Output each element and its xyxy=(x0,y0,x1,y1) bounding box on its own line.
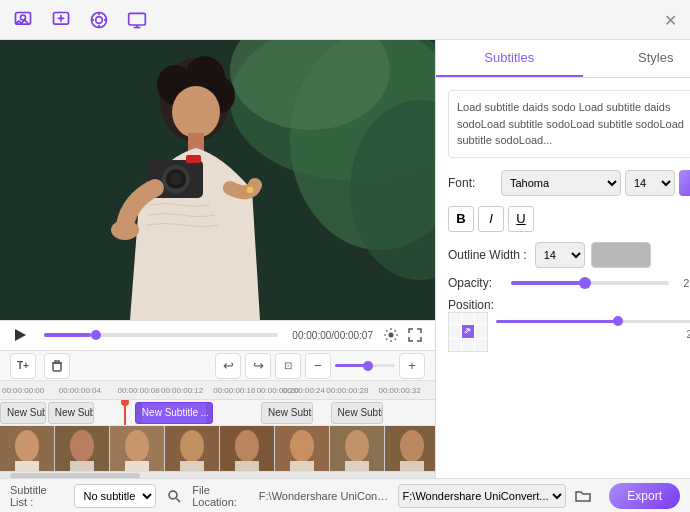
opacity-slider[interactable] xyxy=(511,281,669,285)
zoom-in-button[interactable]: + xyxy=(399,353,425,379)
clip-label: New Subtitle ... xyxy=(55,407,94,418)
timeline-scrollbar[interactable] xyxy=(0,471,435,478)
svg-point-36 xyxy=(15,430,39,462)
close-button[interactable]: ✕ xyxy=(660,10,680,30)
italic-button[interactable]: I xyxy=(478,206,504,232)
scroll-thumb[interactable] xyxy=(10,473,140,478)
svg-point-39 xyxy=(70,430,94,462)
delete-button[interactable] xyxy=(44,353,70,379)
add-subtitle-button[interactable]: T+ xyxy=(10,353,36,379)
ruler-mark-28: 00:00:00:28 xyxy=(326,386,368,395)
export-button[interactable]: Export xyxy=(609,483,680,509)
opacity-row: Opacity: 20/100 xyxy=(448,276,690,290)
svg-rect-34 xyxy=(53,363,61,371)
svg-point-42 xyxy=(125,430,149,462)
svg-point-23 xyxy=(172,86,220,138)
time-display: 00:00:00/00:00:07 xyxy=(292,330,373,341)
svg-rect-52 xyxy=(290,461,314,470)
subtitle-text-area[interactable]: Load subtitle daids sodo Load subtitle d… xyxy=(448,90,690,158)
position-x-value: 20/100 xyxy=(496,329,690,340)
font-color-button[interactable] xyxy=(679,170,690,196)
playhead[interactable] xyxy=(124,400,126,425)
undo-button[interactable]: ↩ xyxy=(215,353,241,379)
svg-rect-43 xyxy=(125,461,149,470)
font-label: Font: xyxy=(448,176,493,190)
timeline-ruler: 00:00:00:00 00:00:00:04 00:00:00:08 00:0… xyxy=(0,381,435,400)
subtitle-clip-1[interactable]: New Subtitle ... xyxy=(0,402,46,424)
photo-thumb-2 xyxy=(55,426,110,470)
svg-point-6 xyxy=(96,16,103,23)
outline-color-picker[interactable] xyxy=(591,242,651,268)
file-path-select[interactable]: F:\Wondershare UniConvert... xyxy=(398,484,566,508)
position-grid-row: ↗ 20/100 xyxy=(448,312,690,352)
svg-point-45 xyxy=(180,430,204,462)
settings-icon[interactable] xyxy=(381,325,401,345)
subtitle-track: New Subtitle ... New Subtitle ... New Su… xyxy=(0,400,435,426)
subtitle-clip-3[interactable]: New Subtitle ... xyxy=(135,402,213,424)
clip-label: New Subtitle ... xyxy=(268,407,313,418)
pos-topright[interactable] xyxy=(475,313,487,325)
add-screen-icon[interactable] xyxy=(124,7,150,33)
pos-midleft[interactable] xyxy=(449,325,461,338)
pos-botcenter[interactable] xyxy=(462,339,474,351)
svg-rect-11 xyxy=(129,13,146,25)
clip-label: New Subtitle ... xyxy=(142,407,209,418)
underline-button[interactable]: U xyxy=(508,206,534,232)
photo-thumb-5 xyxy=(220,426,275,470)
pos-topcenter[interactable] xyxy=(462,313,474,325)
video-section: 00:00:00/00:00:07 xyxy=(0,40,435,478)
tab-styles[interactable]: Styles xyxy=(583,40,691,77)
photo-track xyxy=(0,426,435,470)
opacity-value: 20/100 xyxy=(677,277,690,289)
pos-botleft[interactable] xyxy=(449,339,461,351)
svg-rect-40 xyxy=(70,461,94,470)
svg-rect-58 xyxy=(400,461,424,470)
zoom-slider[interactable] xyxy=(335,364,395,367)
pos-topleft[interactable] xyxy=(449,313,461,325)
position-grid: ↗ xyxy=(448,312,488,352)
zoom-out-button[interactable]: − xyxy=(305,353,331,379)
photo-thumb-4 xyxy=(165,426,220,470)
position-section: Position: ↗ xyxy=(448,298,690,352)
folder-icon[interactable] xyxy=(574,485,594,507)
fit-button[interactable]: ⊡ xyxy=(275,353,301,379)
svg-rect-46 xyxy=(180,461,204,470)
clip-handle-right[interactable] xyxy=(206,403,212,423)
pos-midright[interactable] xyxy=(475,325,487,338)
subtitle-clip-5[interactable]: New Subtitle ... xyxy=(331,402,383,424)
outline-label: Outline Width : xyxy=(448,248,527,262)
svg-line-60 xyxy=(177,498,181,502)
position-label: Position: xyxy=(448,298,690,312)
opacity-label: Opacity: xyxy=(448,276,503,290)
ruler-mark-12: 00:00:00:12 xyxy=(161,386,203,395)
timeline-scrubber[interactable] xyxy=(44,333,278,337)
position-x-slider[interactable] xyxy=(496,320,690,323)
tab-subtitles[interactable]: Subtitles xyxy=(436,40,583,77)
subtitle-list-select[interactable]: No subtitle xyxy=(74,484,156,508)
font-family-select[interactable]: Tahoma xyxy=(501,170,621,196)
svg-point-48 xyxy=(235,430,259,462)
bottom-bar: Subtitle List : No subtitle File Locatio… xyxy=(0,478,690,512)
position-sliders: 20/100 xyxy=(496,312,690,340)
video-scene xyxy=(0,40,435,320)
subtitle-clip-4[interactable]: New Subtitle ... xyxy=(261,402,313,424)
photo-thumb-8 xyxy=(385,426,435,470)
subtitle-clip-2[interactable]: New Subtitle ... xyxy=(48,402,94,424)
redo-button[interactable]: ↪ xyxy=(245,353,271,379)
pos-botright[interactable] xyxy=(475,339,487,351)
play-button[interactable] xyxy=(10,325,30,345)
add-clip-icon[interactable] xyxy=(48,7,74,33)
svg-point-54 xyxy=(345,430,369,462)
add-photo-icon[interactable] xyxy=(86,7,112,33)
svg-rect-29 xyxy=(186,155,201,163)
ruler-mark-32: 00:00:00:32 xyxy=(378,386,420,395)
video-preview xyxy=(0,40,435,320)
add-media-icon[interactable] xyxy=(10,7,36,33)
pos-midcenter[interactable]: ↗ xyxy=(462,325,474,338)
clip-handle-left[interactable] xyxy=(136,403,142,423)
outline-width-select[interactable]: 14 xyxy=(535,242,585,268)
font-size-select[interactable]: 14 xyxy=(625,170,675,196)
bold-button[interactable]: B xyxy=(448,206,474,232)
search-button[interactable] xyxy=(164,485,184,507)
fullscreen-icon[interactable] xyxy=(405,325,425,345)
